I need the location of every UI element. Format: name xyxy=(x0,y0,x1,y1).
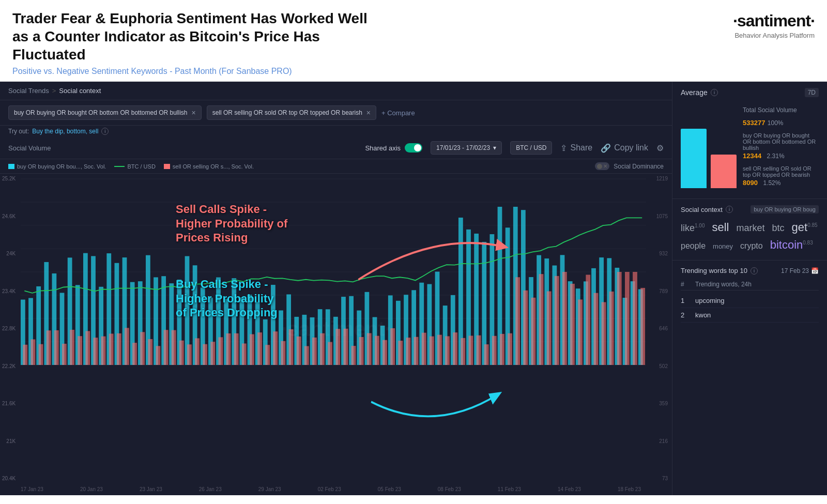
average-info-icon[interactable]: i xyxy=(711,89,718,96)
search-tag-2-close[interactable]: × xyxy=(366,109,371,117)
trending-header: Trending words top 10 i 17 Feb 23 📅 xyxy=(681,267,819,274)
link-icon: 🔗 xyxy=(601,143,611,153)
y-left-8: 20.4K xyxy=(2,476,16,481)
word-sell[interactable]: sell xyxy=(712,221,729,234)
breadcrumb: Social Trends > Social context xyxy=(0,82,672,100)
y-right-0: 1219 xyxy=(656,176,668,181)
avg-stat-1-name: buy OR buying OR bought OR bottom OR bot… xyxy=(743,132,819,151)
word-people[interactable]: people xyxy=(681,241,706,251)
word-like[interactable]: like1.00 xyxy=(681,223,705,234)
social-dom-dot xyxy=(597,164,602,169)
average-stats: Total Social Volume 533277 100% buy OR b… xyxy=(743,106,819,192)
shared-axis-toggle[interactable] xyxy=(405,143,422,152)
word-market[interactable]: market xyxy=(737,223,765,234)
trending-word-2[interactable]: kwon xyxy=(695,311,819,319)
word-btc[interactable]: btc xyxy=(772,223,785,234)
social-dom-x: ✕ xyxy=(603,163,607,169)
search-tag-1-close[interactable]: × xyxy=(192,109,196,117)
x-label-10: 18 Feb 23 xyxy=(618,486,641,492)
social-context-header: Social context i buy OR buying OR boug xyxy=(681,205,819,213)
share-icon: ⇪ xyxy=(560,143,567,153)
copy-link-button[interactable]: 🔗 Copy link xyxy=(601,143,648,153)
legend-btc-label: BTC / USD xyxy=(127,163,155,170)
x-label-9: 14 Feb 23 xyxy=(558,486,581,492)
social-context-info-icon[interactable]: i xyxy=(726,206,733,213)
avg-bar-col-1 xyxy=(681,121,707,188)
sub-title: Positive vs. Negative Sentiment Keywords… xyxy=(12,67,374,76)
legend-sell-label: sell OR selling OR s..., Soc. Vol. xyxy=(173,163,254,170)
chart-legend: buy OR buying OR bou..., Soc. Vol. BTC /… xyxy=(0,159,672,174)
try-out-info-icon[interactable]: i xyxy=(101,128,109,135)
x-label-8: 11 Feb 23 xyxy=(498,486,521,492)
date-range-value: 17/01/23 - 17/02/23 xyxy=(436,144,490,151)
x-label-1: 20 Jan 23 xyxy=(80,486,103,492)
total-values: 533277 100% xyxy=(743,118,819,127)
average-content: Total Social Volume 533277 100% buy OR b… xyxy=(681,102,819,192)
search-tag-2-text: sell OR selling OR sold OR top OR topped… xyxy=(212,109,362,116)
compare-button[interactable]: + Compare xyxy=(381,109,415,117)
trending-row-2: 2 kwon xyxy=(681,308,819,323)
y-right-2: 932 xyxy=(656,251,668,256)
share-button[interactable]: ⇪ Share xyxy=(560,143,592,153)
y-left-1: 24.6K xyxy=(2,213,16,219)
search-tag-2[interactable]: sell OR selling OR sold OR top OR topped… xyxy=(207,105,376,120)
social-volume-label: Social Volume xyxy=(8,144,51,152)
main-title: Trader Fear & Euphoria Sentiment Has Wor… xyxy=(12,9,374,64)
y-right-5: 502 xyxy=(656,363,668,369)
breadcrumb-social-trends[interactable]: Social Trends xyxy=(8,87,49,95)
avg-bar-col-2 xyxy=(711,121,737,188)
settings-button[interactable]: ⚙ xyxy=(656,143,664,153)
gear-icon: ⚙ xyxy=(656,143,664,153)
word-get[interactable]: get0.85 xyxy=(792,221,818,234)
search-tag-1[interactable]: buy OR buying OR bought OR bottom OR bot… xyxy=(8,105,202,120)
chart-controls: Social Volume Shared axis 17/01/23 - 17/… xyxy=(0,137,672,159)
try-out-bar: Try out: Buy the dip, bottom, sell i xyxy=(0,126,672,137)
trending-col-word: Trending words, 24h xyxy=(695,281,819,288)
y-right-4: 646 xyxy=(656,326,668,331)
header-left: Trader Fear & Euphoria Sentiment Has Wor… xyxy=(12,9,374,76)
social-context-filter: buy OR buying OR boug xyxy=(751,205,819,213)
y-left-7: 21K xyxy=(2,438,16,444)
trending-title-text: Trending words top 10 xyxy=(681,267,747,274)
trending-title: Trending words top 10 i xyxy=(681,267,758,274)
search-tag-1-text: buy OR buying OR bought OR bottom OR bot… xyxy=(14,109,188,116)
brand-logo: ·santiment· Behavior Analysis Platform xyxy=(733,9,815,39)
date-range-picker[interactable]: 17/01/23 - 17/02/23 ▾ xyxy=(431,141,502,155)
avg-stat-2-values: 8090 1.52% xyxy=(743,178,819,187)
x-axis: 17 Jan 23 20 Jan 23 23 Jan 23 26 Jan 23 … xyxy=(0,483,672,495)
x-label-7: 08 Feb 23 xyxy=(438,486,461,492)
search-bar: buy OR buying OR bought OR bottom OR bot… xyxy=(0,100,672,126)
social-dominance-toggle[interactable]: ✕ Social Dominance xyxy=(595,162,664,170)
breadcrumb-current: Social context xyxy=(59,87,101,95)
legend-sell-bar xyxy=(164,164,170,169)
try-out-link[interactable]: Buy the dip, bottom, sell xyxy=(32,128,98,135)
word-cloud-inner: like1.00 sell market btc get0.85 people … xyxy=(681,221,819,252)
avg-stat-2-name: sell OR selling OR sold OR top OR topped… xyxy=(743,165,819,178)
chart-canvas-wrapper: 25.2K 24.6K 24K 23.4K 22.8K 22.2K 21.6K … xyxy=(0,174,672,483)
y-axis-left: 25.2K 24.6K 24K 23.4K 22.8K 22.2K 21.6K … xyxy=(2,174,16,483)
word-cloud: like1.00 sell market btc get0.85 people … xyxy=(681,219,819,254)
legend-buy-label: buy OR buying OR bou..., Soc. Vol. xyxy=(17,163,106,170)
average-title: Average i xyxy=(681,88,718,97)
calendar-icon[interactable]: 📅 xyxy=(811,267,819,274)
trending-word-1[interactable]: upcoming xyxy=(695,297,819,304)
trending-num-1: 1 xyxy=(681,297,695,304)
copy-link-label: Copy link xyxy=(614,143,648,152)
trending-info-icon[interactable]: i xyxy=(751,267,758,274)
main-body: Social Trends > Social context buy OR bu… xyxy=(0,82,827,495)
average-header: Average i 7D xyxy=(681,88,819,97)
y-right-8: 73 xyxy=(656,476,668,481)
legend-buy: buy OR buying OR bou..., Soc. Vol. xyxy=(8,163,106,170)
y-left-6: 21.6K xyxy=(2,401,16,406)
avg-stat-2-pct: 1.52% xyxy=(763,179,780,187)
word-crypto[interactable]: crypto xyxy=(740,241,763,251)
word-bitcoin[interactable]: bitcoin0.83 xyxy=(770,238,813,252)
y-left-2: 24K xyxy=(2,251,16,256)
brand-tagline: Behavior Analysis Platform xyxy=(734,32,815,39)
word-money[interactable]: money xyxy=(713,242,733,250)
social-dom-label: Social Dominance xyxy=(614,163,664,170)
y-right-1: 1075 xyxy=(656,213,668,219)
try-out-prefix: Try out: xyxy=(8,128,29,135)
y-right-6: 359 xyxy=(656,401,668,406)
brand-name: ·santiment· xyxy=(733,11,815,30)
